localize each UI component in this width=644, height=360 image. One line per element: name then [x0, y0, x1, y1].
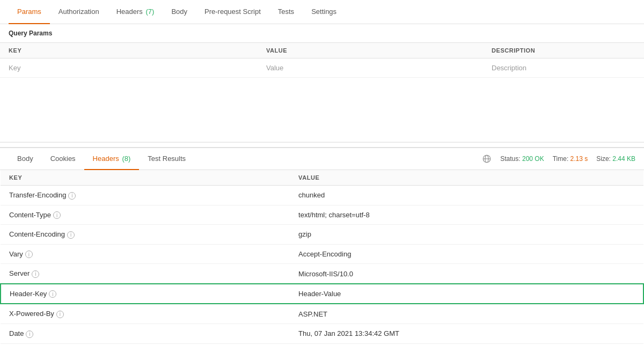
response-key-cell: Content-Encodingi [1, 225, 290, 245]
info-icon[interactable]: i [32, 270, 39, 278]
response-headers-table: KEY VALUE Transfer-EncodingichunkedConte… [0, 170, 644, 344]
response-key-cell: Header-Keyi [1, 284, 290, 304]
response-key-cell: Transfer-Encodingi [1, 186, 290, 205]
table-row: Header-KeyiHeader-Value [1, 284, 643, 304]
table-row: VaryiAccept-Encoding [1, 244, 643, 264]
globe-icon [482, 154, 492, 164]
response-key-cell: Serveri [1, 264, 290, 284]
top-tab-bar: Params Authorization Headers (7) Body Pr… [0, 0, 644, 24]
response-key-cell: Datei [1, 324, 290, 343]
response-value-cell: Header-Value [290, 284, 643, 304]
key-column-header: KEY [0, 43, 258, 58]
key-placeholder[interactable]: Key [0, 58, 258, 78]
headers-badge: (7) [145, 8, 154, 16]
time-value: 2.13 s [570, 155, 588, 163]
table-row: Content-Typeitext/html; charset=utf-8 [1, 205, 643, 225]
response-value-cell: Accept-Encoding [290, 244, 643, 264]
tab-test-results[interactable]: Test Results [139, 148, 194, 170]
tab-tests[interactable]: Tests [269, 0, 303, 24]
response-value-header: VALUE [290, 170, 643, 186]
response-value-cell: gzip [290, 225, 643, 245]
info-icon[interactable]: i [56, 311, 64, 318]
empty-row [0, 78, 644, 142]
response-key-cell: Content-Typei [1, 205, 290, 225]
tab-response-body[interactable]: Body [9, 148, 42, 170]
table-row: X-Powered-ByiASP.NET [1, 304, 643, 324]
tab-response-headers[interactable]: Headers (8) [84, 148, 140, 170]
description-placeholder[interactable]: Description [483, 58, 644, 78]
response-value-cell: chunked [290, 186, 643, 205]
response-key-cell: X-Powered-Byi [1, 304, 290, 324]
status-bar: Status: 200 OK Time: 2.13 s Size: 2.44 K… [482, 154, 635, 164]
bottom-tab-bar: Body Cookies Headers (8) Test Results St… [0, 148, 644, 170]
tab-prerequest[interactable]: Pre-request Script [196, 0, 269, 24]
tab-cookies[interactable]: Cookies [42, 148, 84, 170]
info-icon[interactable]: i [26, 330, 33, 338]
status-value: 200 OK [522, 155, 544, 163]
tab-headers[interactable]: Headers (7) [108, 0, 163, 24]
size-value: 2.44 KB [612, 155, 635, 163]
info-icon[interactable]: i [49, 290, 56, 298]
description-column-header: DESCRIPTION [483, 43, 644, 58]
table-row: Key Value Description [0, 58, 644, 78]
response-headers-badge: (8) [122, 155, 130, 163]
response-value-cell: ASP.NET [290, 304, 643, 324]
time-label: Time: 2.13 s [553, 155, 588, 163]
response-key-header: KEY [1, 170, 290, 186]
info-icon[interactable]: i [67, 231, 75, 239]
bottom-panel: Body Cookies Headers (8) Test Results St… [0, 147, 644, 344]
response-value-cell: Microsoft-IIS/10.0 [290, 264, 643, 284]
tab-params[interactable]: Params [9, 0, 50, 24]
size-label: Size: 2.44 KB [596, 155, 635, 163]
response-value-cell: Thu, 07 Jan 2021 13:34:42 GMT [290, 324, 643, 343]
value-column-header: VALUE [258, 43, 483, 58]
info-icon[interactable]: i [25, 251, 33, 258]
info-icon[interactable]: i [53, 211, 61, 219]
table-row: DateiThu, 07 Jan 2021 13:34:42 GMT [1, 324, 643, 343]
table-row: ServeriMicrosoft-IIS/10.0 [1, 264, 643, 284]
status-label: Status: 200 OK [500, 155, 544, 163]
response-value-cell: text/html; charset=utf-8 [290, 205, 643, 225]
tab-body[interactable]: Body [163, 0, 196, 24]
tab-authorization[interactable]: Authorization [50, 0, 108, 24]
tab-settings[interactable]: Settings [303, 0, 345, 24]
info-icon[interactable]: i [68, 192, 76, 200]
table-row: Content-Encodingigzip [1, 225, 643, 245]
value-placeholder[interactable]: Value [258, 58, 483, 78]
table-row: Transfer-Encodingichunked [1, 186, 643, 205]
query-params-table: KEY VALUE DESCRIPTION Key Value Desc [0, 43, 644, 142]
query-params-label: Query Params [0, 24, 644, 43]
response-key-cell: Varyi [1, 244, 290, 264]
